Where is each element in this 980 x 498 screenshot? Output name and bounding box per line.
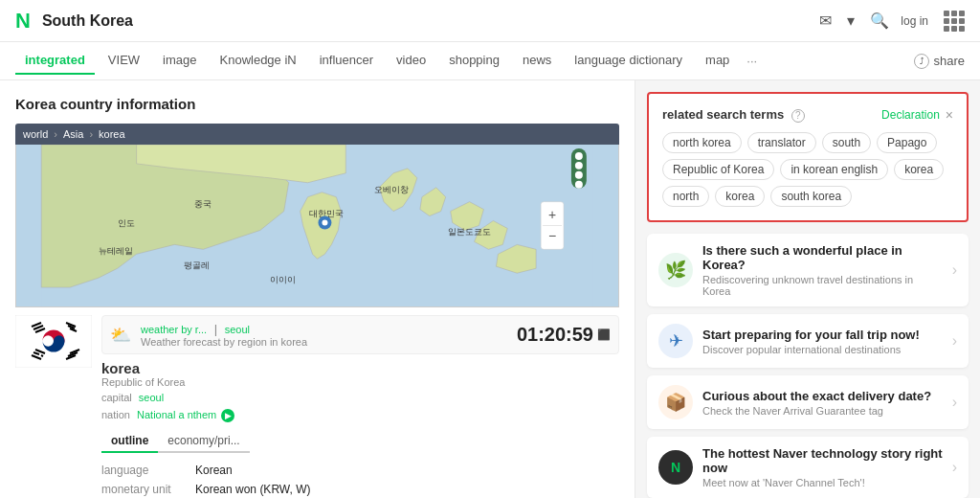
tab-video[interactable]: video	[387, 47, 435, 75]
dropdown-icon[interactable]: ▾	[843, 8, 858, 34]
declaration-link[interactable]: Declaration	[881, 108, 940, 122]
apps-grid-icon[interactable]	[944, 11, 965, 32]
tab-economy[interactable]: economy/pri...	[158, 430, 249, 453]
svg-text:뉴테레일: 뉴테레일	[99, 246, 133, 256]
korea-flag	[15, 315, 92, 368]
play-icon[interactable]: ▶	[221, 409, 234, 422]
promo-card-3[interactable]: N The hottest Naver technology story rig…	[647, 437, 969, 498]
map-container: world › Asia › korea	[15, 124, 619, 307]
tab-influencer[interactable]: influencer	[310, 47, 383, 75]
more-tabs-button[interactable]: ···	[743, 48, 761, 74]
info-table: language Korean monetary unit Korean won…	[101, 461, 619, 498]
monetary-value: Korean won (KRW, W)	[195, 483, 310, 496]
promo-title-2: Curious about the exact delivery date?	[702, 389, 943, 403]
mail-icon[interactable]: ✉	[815, 8, 835, 34]
korea-info: ⛅ weather by r... | seoul Weather foreca…	[101, 315, 619, 498]
table-row: language Korean	[101, 461, 619, 480]
promo-text-3: The hottest Naver technology story right…	[702, 446, 943, 488]
capital-label: capital	[101, 392, 132, 403]
related-title: related search terms	[662, 107, 784, 122]
promo-text-1: Start preparing for your fall trip now! …	[702, 328, 943, 355]
svg-text:중국: 중국	[194, 199, 212, 209]
tag-republic-of-korea[interactable]: Republic of Korea	[662, 159, 774, 180]
promo-card-2[interactable]: 📦 Curious about the exact delivery date?…	[647, 375, 969, 429]
share-label: share	[933, 54, 965, 68]
promo-title-0: Is there such a wonderful place in Korea…	[702, 243, 943, 272]
tag-papago[interactable]: Papago	[877, 132, 937, 153]
weather-details: weather by r... | seoul Weather forecast…	[141, 322, 307, 348]
svg-point-10	[322, 220, 327, 226]
promo-sub-1: Discover popular international destinati…	[702, 344, 943, 355]
tab-integrated[interactable]: integrated	[15, 47, 95, 75]
svg-text:−: −	[548, 228, 556, 243]
promo-text-0: Is there such a wonderful place in Korea…	[702, 243, 943, 297]
promo-arrow-0: ›	[952, 261, 957, 279]
related-header: related search terms ? Declaration ×	[662, 107, 953, 123]
info-icon[interactable]: ?	[791, 109, 805, 123]
weather-icon: ⛅	[110, 325, 131, 346]
tab-view[interactable]: VIEW	[99, 47, 149, 75]
share-button[interactable]: ⤴ share	[914, 54, 965, 69]
map-body[interactable]: 중국 대한민국 일본도쿄도 뉴테레일 평골레 이이이 인도 오베이창 + −	[15, 145, 619, 307]
svg-point-19	[575, 181, 583, 189]
main-content: Korea country information world › Asia ›…	[0, 80, 980, 498]
asia-label: Asia	[63, 128, 83, 140]
tag-translator[interactable]: translator	[747, 132, 816, 153]
svg-text:이이이: 이이이	[270, 275, 296, 284]
promo-icon-3: N	[658, 450, 693, 485]
naver-logo: N	[15, 9, 31, 34]
tab-outline[interactable]: outline	[101, 430, 158, 453]
tags-container: north korea translator south Papago Repu…	[662, 132, 953, 207]
search-icon[interactable]: 🔍	[866, 8, 893, 34]
svg-text:오베이창: 오베이창	[374, 185, 409, 194]
promo-sub-2: Check the Naver Arrival Guarantee tag	[702, 405, 943, 417]
weather-time-area: 01:20:59 ⬛	[517, 324, 611, 346]
tab-image[interactable]: image	[153, 47, 206, 75]
tag-korea2[interactable]: korea	[715, 186, 765, 207]
table-row: monetary unit Korean won (KRW, W)	[101, 480, 619, 498]
tag-korea[interactable]: korea	[894, 159, 944, 180]
weather-description: Weather forecast by region in korea	[141, 336, 307, 348]
info-tabs: outline economy/pri...	[101, 430, 619, 453]
language-value: Korean	[195, 464, 233, 477]
tab-map[interactable]: map	[696, 47, 739, 75]
tab-shopping[interactable]: shopping	[439, 47, 509, 75]
promo-card-0[interactable]: 🌿 Is there such a wonderful place in Kor…	[647, 234, 969, 306]
tag-north-korea[interactable]: north korea	[662, 132, 742, 153]
tag-north[interactable]: north	[662, 186, 709, 207]
promo-card-1[interactable]: ✈ Start preparing for your fall trip now…	[647, 314, 969, 368]
svg-line-30	[41, 355, 43, 356]
tag-south[interactable]: south	[822, 132, 871, 153]
korea-nation-line: nation National a nthem ▶	[101, 409, 619, 422]
nation-value[interactable]: National a nthem	[137, 409, 216, 420]
capital-value[interactable]: seoul	[139, 392, 164, 403]
tag-in-korean-english[interactable]: in korean english	[780, 159, 888, 180]
svg-text:+: +	[548, 207, 556, 222]
monetary-label: monetary unit	[101, 483, 188, 496]
tab-news[interactable]: news	[513, 47, 561, 75]
tab-knowledge[interactable]: Knowledge iN	[211, 47, 306, 75]
map-header: world › Asia › korea	[15, 124, 619, 145]
promo-title-3: The hottest Naver technology story right…	[702, 446, 943, 475]
korea-capital-line: capital seoul	[101, 392, 619, 403]
tab-language-dictionary[interactable]: language dictionary	[565, 47, 692, 75]
close-button[interactable]: ×	[946, 107, 953, 123]
related-search-terms-box: related search terms ? Declaration × nor…	[647, 92, 969, 222]
korea-sub: Republic of Korea	[101, 376, 619, 388]
promo-sub-0: Rediscovering unknown travel destination…	[702, 274, 943, 297]
share-icon: ⤴	[914, 54, 929, 69]
language-label: language	[101, 464, 188, 477]
weather-city[interactable]: seoul	[225, 324, 250, 335]
header: N South Korea ✉ ▾ 🔍 log in	[0, 0, 980, 42]
promo-text-2: Curious about the exact delivery date? C…	[702, 389, 943, 417]
tag-south-korea[interactable]: south korea	[770, 186, 852, 207]
svg-point-16	[575, 152, 583, 160]
svg-text:인도: 인도	[118, 218, 135, 228]
right-panel: related search terms ? Declaration × nor…	[635, 80, 980, 498]
korea-name: korea	[101, 360, 619, 376]
timer-icon: ⬛	[597, 328, 611, 341]
weather-link[interactable]: weather by r...	[141, 324, 207, 335]
login-button[interactable]: log in	[901, 14, 928, 28]
promo-icon-2: 📦	[658, 385, 693, 419]
section-title: Korea country information	[15, 96, 619, 112]
